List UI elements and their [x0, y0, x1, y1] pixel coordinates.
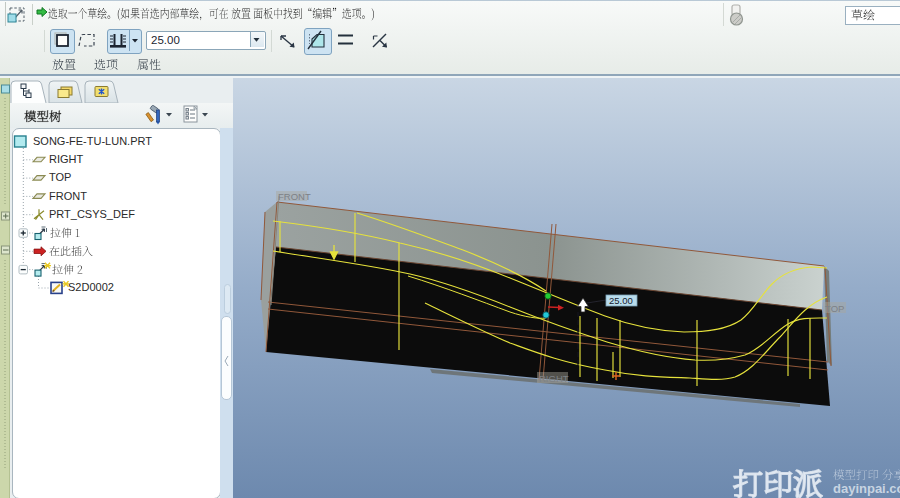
- svg-text:TOP: TOP: [825, 303, 844, 314]
- svg-text:FRONT: FRONT: [278, 191, 311, 202]
- svg-text:RIGHT: RIGHT: [539, 373, 569, 384]
- svg-text:25.00: 25.00: [609, 295, 633, 306]
